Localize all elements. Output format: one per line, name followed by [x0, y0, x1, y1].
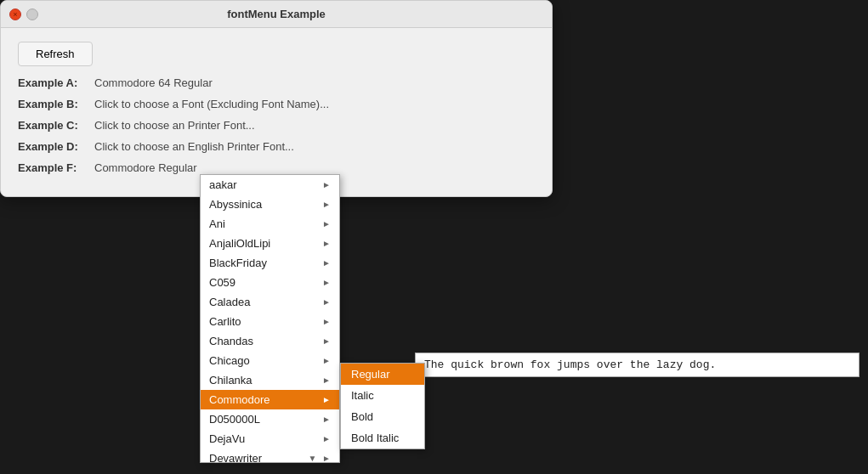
font-name: DejaVu — [209, 432, 245, 445]
window-content: Refresh Example A: Commodore 64 Regular … — [1, 28, 552, 196]
font-name: Chicago — [209, 354, 250, 367]
submenu-item[interactable]: Bold — [341, 406, 424, 427]
submenu-item-label: Bold — [351, 410, 373, 423]
example-row-d: Example D: Click to choose an English Pr… — [18, 140, 535, 153]
font-name: C059 — [209, 276, 235, 289]
font-item[interactable]: aakar► — [201, 175, 339, 195]
preview-area: The quick brown fox jumps over the lazy … — [415, 353, 859, 377]
submenu-item-label: Regular — [351, 368, 390, 381]
font-name: AnjaliOldLipi — [209, 237, 270, 250]
font-submenu: RegularItalicBoldBold Italic — [340, 363, 425, 449]
font-item[interactable]: C059► — [201, 273, 339, 292]
title-bar-buttons: × — [9, 8, 38, 20]
example-f-value[interactable]: Commodore Regular — [94, 161, 197, 174]
font-name: Chilanka — [209, 374, 252, 387]
submenu-arrow-icon: ► — [322, 454, 331, 463]
font-name: BlackFriday — [209, 257, 267, 269]
font-item[interactable]: Chicago► — [201, 351, 339, 370]
font-item[interactable]: Chilanka► — [201, 370, 339, 390]
minimize-button[interactable] — [26, 8, 38, 20]
font-name: aakar — [209, 178, 237, 191]
close-icon: × — [13, 10, 17, 19]
font-name: Abyssinica — [209, 198, 262, 211]
submenu-arrow-icon: ► — [322, 258, 331, 268]
font-item[interactable]: Abyssinica► — [201, 195, 339, 214]
font-item[interactable]: Commodore► — [201, 390, 339, 409]
font-name: Commodore — [209, 393, 270, 406]
preview-text: The quick brown fox jumps over the lazy … — [424, 358, 716, 371]
font-item[interactable]: D050000L► — [201, 409, 339, 429]
example-c-label: Example C: — [18, 119, 94, 132]
submenu-arrow-icon: ► — [322, 317, 331, 326]
font-item[interactable]: BlackFriday► — [201, 253, 339, 273]
example-b-label: Example B: — [18, 98, 94, 110]
close-button[interactable]: × — [9, 8, 21, 20]
submenu-arrow-icon: ► — [322, 278, 331, 287]
font-name: Devawriter — [209, 452, 262, 463]
font-item[interactable]: AnjaliOldLipi► — [201, 234, 339, 253]
submenu-arrow-icon: ► — [322, 239, 331, 248]
submenu-arrow-icon: ► — [322, 434, 331, 443]
submenu-item[interactable]: Italic — [341, 385, 424, 406]
submenu-arrow-icon: ► — [322, 375, 331, 385]
submenu-arrow-icon: ► — [322, 415, 331, 424]
font-name: Ani — [209, 217, 225, 230]
scroll-down-icon[interactable]: ▼ — [309, 454, 317, 463]
font-name: Carlito — [209, 315, 241, 328]
submenu-arrow-icon: ► — [322, 395, 331, 404]
example-a-label: Example A: — [18, 76, 94, 89]
font-name: Caladea — [209, 296, 250, 308]
example-row-a: Example A: Commodore 64 Regular — [18, 76, 535, 89]
submenu-item-label: Italic — [351, 389, 374, 402]
submenu-item[interactable]: Bold Italic — [341, 427, 424, 449]
example-row-f: Example F: Commodore Regular — [18, 161, 535, 174]
font-item[interactable]: Carlito► — [201, 312, 339, 331]
font-item[interactable]: Ani► — [201, 214, 339, 234]
example-d-label: Example D: — [18, 140, 94, 153]
example-row-b: Example B: Click to choose a Font (Exclu… — [18, 98, 535, 110]
submenu-arrow-icon: ► — [322, 200, 331, 209]
submenu-arrow-icon: ► — [322, 356, 331, 365]
font-name: D050000L — [209, 413, 260, 426]
submenu-item-label: Bold Italic — [351, 432, 399, 444]
submenu-arrow-icon: ► — [322, 297, 331, 307]
window-title: fontMenu Example — [227, 8, 326, 20]
submenu-arrow-icon: ► — [322, 180, 331, 189]
font-dropdown: aakar►Abyssinica►Ani►AnjaliOldLipi►Black… — [200, 174, 425, 463]
example-d-value[interactable]: Click to choose an English Printer Font.… — [94, 140, 294, 153]
submenu-arrow-icon: ► — [322, 219, 331, 229]
font-item[interactable]: DejaVu► — [201, 429, 339, 449]
example-a-value: Commodore 64 Regular — [94, 76, 213, 89]
font-list: aakar►Abyssinica►Ani►AnjaliOldLipi►Black… — [200, 174, 340, 463]
font-item[interactable]: Devawriter► — [201, 449, 339, 463]
example-b-value[interactable]: Click to choose a Font (Excluding Font N… — [94, 98, 329, 110]
example-row-c: Example C: Click to choose an Printer Fo… — [18, 119, 535, 132]
refresh-button[interactable]: Refresh — [18, 42, 93, 66]
font-name: Chandas — [209, 335, 253, 347]
submenu-item[interactable]: Regular — [341, 364, 424, 385]
font-item[interactable]: Caladea► — [201, 292, 339, 312]
main-window: × fontMenu Example Refresh Example A: Co… — [0, 0, 553, 197]
submenu-arrow-icon: ► — [322, 336, 331, 346]
title-bar: × fontMenu Example — [1, 1, 552, 28]
example-c-value[interactable]: Click to choose an Printer Font... — [94, 119, 255, 132]
example-f-label: Example F: — [18, 161, 94, 174]
font-item[interactable]: Chandas► — [201, 331, 339, 351]
